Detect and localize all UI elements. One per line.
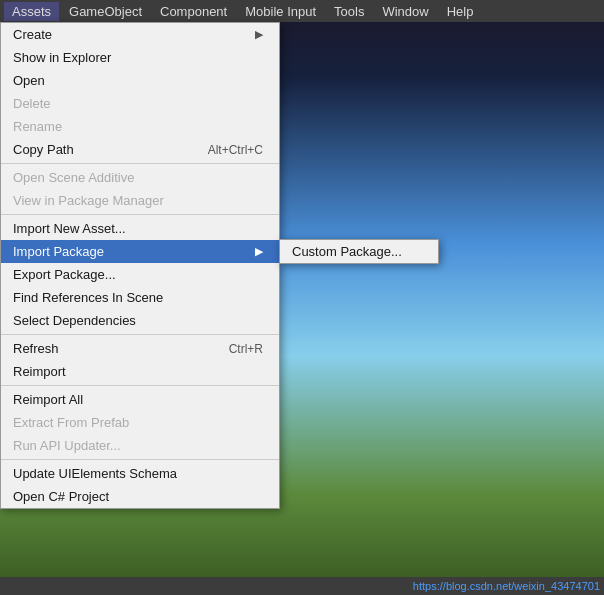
menu-item-open-csharp-project-label: Open C# Project [13,489,109,504]
menubar-item-component[interactable]: Component [152,2,235,21]
menu-item-import-package-label: Import Package [13,244,104,259]
menu-item-rename: Rename [1,115,279,138]
menu-item-open-csharp-project[interactable]: Open C# Project [1,485,279,508]
menu-item-create-label: Create [13,27,52,42]
menubar-item-help[interactable]: Help [439,2,482,21]
assets-dropdown-menu: Create ▶ Show in Explorer Open Delete Re… [0,22,280,509]
import-package-submenu: Custom Package... [279,239,439,264]
menu-item-delete: Delete [1,92,279,115]
menu-item-reimport[interactable]: Reimport [1,360,279,383]
menu-item-view-in-package-manager-label: View in Package Manager [13,193,164,208]
menu-item-copy-path-label: Copy Path [13,142,74,157]
statusbar: https://blog.csdn.net/weixin_43474701 [0,577,604,595]
menu-item-reimport-all-label: Reimport All [13,392,83,407]
menubar-item-gameobject[interactable]: GameObject [61,2,150,21]
menu-item-update-uielements[interactable]: Update UIElements Schema [1,462,279,485]
menu-item-extract-from-prefab: Extract From Prefab [1,411,279,434]
menu-item-find-references-label: Find References In Scene [13,290,163,305]
menu-item-select-dependencies-label: Select Dependencies [13,313,136,328]
menu-item-copy-path[interactable]: Copy Path Alt+Ctrl+C [1,138,279,161]
menu-item-import-new-asset-label: Import New Asset... [13,221,126,236]
refresh-shortcut: Ctrl+R [229,342,263,356]
menu-item-export-package-label: Export Package... [13,267,116,282]
menu-item-view-in-package-manager: View in Package Manager [1,189,279,212]
menu-item-reimport-all[interactable]: Reimport All [1,388,279,411]
menu-item-find-references[interactable]: Find References In Scene [1,286,279,309]
menu-item-select-dependencies[interactable]: Select Dependencies [1,309,279,332]
separator-3 [1,334,279,335]
separator-1 [1,163,279,164]
menubar-item-mobile-input[interactable]: Mobile Input [237,2,324,21]
menu-item-custom-package[interactable]: Custom Package... [280,240,438,263]
create-arrow-icon: ▶ [255,28,263,41]
menu-item-extract-from-prefab-label: Extract From Prefab [13,415,129,430]
menu-item-open-scene-additive-label: Open Scene Additive [13,170,134,185]
menu-item-delete-label: Delete [13,96,51,111]
menu-item-open-label: Open [13,73,45,88]
separator-4 [1,385,279,386]
statusbar-link[interactable]: https://blog.csdn.net/weixin_43474701 [413,580,600,592]
separator-5 [1,459,279,460]
menubar-item-tools[interactable]: Tools [326,2,372,21]
menu-item-create[interactable]: Create ▶ [1,23,279,46]
import-package-arrow-icon: ▶ [255,245,263,258]
menu-item-export-package[interactable]: Export Package... [1,263,279,286]
menu-item-show-in-explorer[interactable]: Show in Explorer [1,46,279,69]
separator-2 [1,214,279,215]
menubar-item-assets[interactable]: Assets [4,2,59,21]
menu-item-run-api-updater: Run API Updater... [1,434,279,457]
copy-path-shortcut: Alt+Ctrl+C [208,143,263,157]
menu-item-update-uielements-label: Update UIElements Schema [13,466,177,481]
menu-item-show-in-explorer-label: Show in Explorer [13,50,111,65]
menu-item-open-scene-additive: Open Scene Additive [1,166,279,189]
menu-item-refresh-label: Refresh [13,341,59,356]
menubar-item-window[interactable]: Window [374,2,436,21]
menu-item-custom-package-label: Custom Package... [292,244,402,259]
menu-item-import-new-asset[interactable]: Import New Asset... [1,217,279,240]
menu-item-run-api-updater-label: Run API Updater... [13,438,121,453]
menubar: Assets GameObject Component Mobile Input… [0,0,604,22]
menu-item-refresh[interactable]: Refresh Ctrl+R [1,337,279,360]
menu-item-rename-label: Rename [13,119,62,134]
menu-item-import-package[interactable]: Import Package ▶ Custom Package... [1,240,279,263]
menu-item-reimport-label: Reimport [13,364,66,379]
menu-item-open[interactable]: Open [1,69,279,92]
